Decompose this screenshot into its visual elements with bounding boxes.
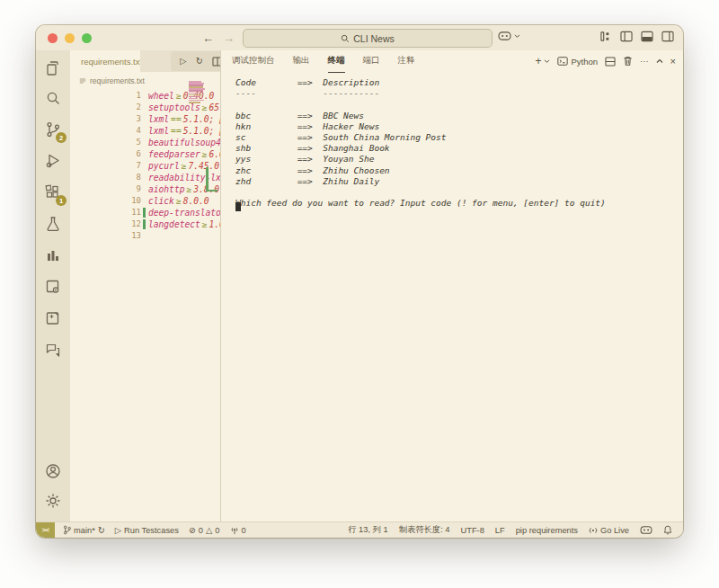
code-line[interactable]: 10click≥8.0.0 xyxy=(70,195,220,207)
tab-debug-console[interactable]: 调试控制台 xyxy=(232,50,275,73)
customize-layout-icon[interactable] xyxy=(600,31,612,42)
terminal-shell-selector[interactable]: Python xyxy=(557,57,598,67)
terminal-cursor xyxy=(235,202,241,211)
back-icon[interactable]: ← xyxy=(202,31,214,45)
copilot-icon xyxy=(498,31,511,41)
extensions-badge: 1 xyxy=(56,195,67,206)
breadcrumb[interactable]: requirements.txt xyxy=(79,75,145,87)
code-line[interactable]: 8readability-lxml xyxy=(70,172,220,183)
toggle-panel-icon[interactable] xyxy=(641,31,653,42)
code-line[interactable]: 7pycurl≥7.45.0 xyxy=(70,160,220,172)
tab-ports[interactable]: 端口 xyxy=(363,50,380,73)
split-terminal-icon[interactable] xyxy=(605,57,616,67)
tab-terminal[interactable]: 终端 xyxy=(328,50,345,73)
run-file-button[interactable]: ▷ xyxy=(180,57,186,66)
kill-terminal-trash-icon[interactable] xyxy=(623,56,633,67)
git-added-gutter-mark xyxy=(143,208,146,218)
terminal-view[interactable]: Code ==> Description ---- ----------- bb… xyxy=(235,77,676,225)
go-live-button[interactable]: Go Live xyxy=(589,526,629,535)
code-line[interactable]: 3lxml==5.1.0; plat xyxy=(70,113,220,125)
status-bar: >< main* ↻ ▷ Run Testcases ⊘ 0 △ 0 0 xyxy=(36,521,683,538)
chevron-down-icon[interactable] xyxy=(544,59,550,64)
maximize-panel-chevron-icon[interactable] xyxy=(656,58,663,64)
problems-status[interactable]: ⊘ 0 △ 0 xyxy=(189,526,220,535)
encoding[interactable]: UTF-8 xyxy=(461,526,484,535)
title-bar: ← → CLI News xyxy=(36,25,683,51)
code-line[interactable]: 6feedparser≥6.0.0 xyxy=(70,148,220,160)
notebook-icon[interactable] xyxy=(43,308,63,328)
line-number: 13 xyxy=(70,230,141,242)
code-line[interactable]: 9aiohttp≥3.8.0 xyxy=(70,183,220,195)
code-line[interactable]: 12langdetect≥1.0.9 xyxy=(70,218,220,230)
code-lines[interactable]: 1wheel≥0.40.02setuptools≥65.0.3lxml==5.1… xyxy=(70,90,220,242)
cursor-position[interactable]: 行 13, 列 1 xyxy=(348,524,387,536)
zoom-window-button[interactable] xyxy=(82,33,92,43)
copilot-menu[interactable] xyxy=(498,31,520,41)
explorer-icon[interactable] xyxy=(43,58,63,78)
shell-label: Python xyxy=(571,57,598,67)
breadcrumb-file: requirements.txt xyxy=(90,76,145,85)
code-line[interactable]: 13 xyxy=(70,230,220,242)
line-number: 10 xyxy=(70,195,141,207)
task-runner-icon[interactable] xyxy=(43,277,63,297)
testing-icon[interactable] xyxy=(43,214,63,234)
text-file-icon xyxy=(79,77,86,85)
remote-indicator[interactable]: >< xyxy=(36,522,55,539)
forward-icon[interactable]: → xyxy=(223,31,235,45)
code-line[interactable]: 11deep-translator≥ xyxy=(70,207,220,218)
chevron-down-icon xyxy=(514,34,520,39)
warning-icon: △ xyxy=(206,526,212,535)
tab-output[interactable]: 输出 xyxy=(293,50,310,73)
code-line[interactable]: 4lxml==5.1.0; plat xyxy=(70,125,220,137)
notifications-bell-icon[interactable] xyxy=(663,525,672,535)
code-text: setuptools≥65.0. xyxy=(148,102,224,113)
settings-gear-icon[interactable] xyxy=(43,491,63,511)
terminal-icon xyxy=(557,57,568,66)
run-testcases-button[interactable]: ▷ Run Testcases xyxy=(115,526,179,535)
line-number: 11 xyxy=(70,207,141,218)
run-debug-icon[interactable] xyxy=(43,151,63,171)
warning-count: 0 xyxy=(215,526,219,535)
rerun-button[interactable]: ↻ xyxy=(196,57,203,66)
indentation[interactable]: 制表符长度: 4 xyxy=(399,524,450,536)
toggle-primary-sidebar-icon[interactable] xyxy=(620,31,633,42)
language-mode[interactable]: pip requirements xyxy=(516,526,578,535)
tab-requirements-txt[interactable]: requirements.txt xyxy=(70,50,140,72)
bottom-panel: 调试控制台 输出 终端 端口 注释 + Python ··· × Code ==… xyxy=(221,50,683,521)
copilot-status-icon[interactable] xyxy=(640,525,652,535)
panel-more-actions-icon[interactable]: ··· xyxy=(640,57,649,66)
code-text: beautifulsoup4≥4 xyxy=(148,137,224,148)
resource-monitor-icon[interactable] xyxy=(43,245,63,265)
ports-status[interactable]: 0 xyxy=(230,526,246,535)
branch-status[interactable]: main* ↻ xyxy=(63,525,105,535)
line-number: 9 xyxy=(70,183,141,195)
comments-icon[interactable] xyxy=(43,340,63,360)
code-text: langdetect≥1.0.9 xyxy=(148,218,224,230)
line-number: 3 xyxy=(70,113,141,125)
play-icon: ▷ xyxy=(115,526,121,535)
minimize-window-button[interactable] xyxy=(65,33,75,43)
editor-group: requirements.txt ▷ ↻ ··· requirements.tx… xyxy=(70,50,220,521)
line-number: 4 xyxy=(70,125,141,137)
account-icon[interactable] xyxy=(43,461,63,481)
extensions-icon[interactable]: 1 xyxy=(43,183,63,202)
close-window-button[interactable] xyxy=(48,33,58,43)
new-terminal-button[interactable]: + xyxy=(535,56,541,67)
toggle-secondary-sidebar-icon[interactable] xyxy=(661,31,674,42)
line-number: 6 xyxy=(70,148,141,160)
line-number: 12 xyxy=(70,218,141,230)
ports-count: 0 xyxy=(242,526,246,535)
search-text: CLI News xyxy=(353,33,395,44)
tab-comments[interactable]: 注释 xyxy=(398,50,415,73)
search-view-icon[interactable] xyxy=(43,88,63,108)
command-center-search[interactable]: CLI News xyxy=(243,29,493,48)
code-line[interactable]: 5beautifulsoup4≥4 xyxy=(70,137,220,148)
eol-sequence[interactable]: LF xyxy=(495,526,505,535)
run-testcases-label: Run Testcases xyxy=(124,526,179,535)
source-control-icon[interactable]: 2 xyxy=(43,120,63,139)
close-panel-icon[interactable]: × xyxy=(670,57,676,67)
go-live-label: Go Live xyxy=(600,526,629,535)
minimap[interactable] xyxy=(189,81,209,103)
search-icon xyxy=(341,34,350,43)
code-text: deep-translator≥ xyxy=(148,207,224,218)
